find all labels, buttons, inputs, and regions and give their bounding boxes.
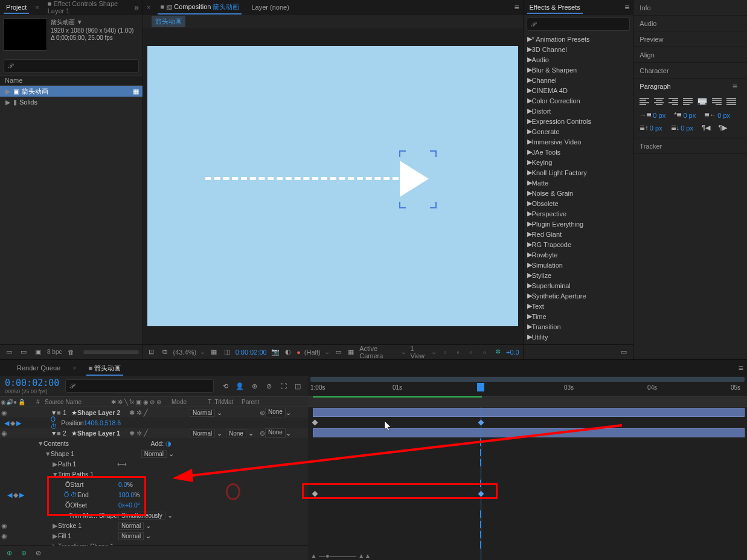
effects-category[interactable]: ▶ Superluminal — [524, 280, 633, 291]
prop-contents[interactable]: ▼ Contents Add: ◑ — [0, 438, 308, 448]
effects-category[interactable]: ▶ Stylize — [524, 270, 633, 280]
panel-character[interactable]: Character — [633, 63, 747, 79]
effects-category[interactable]: ▶ Blur & Sharpen — [524, 65, 633, 75]
mask-icon[interactable]: ◫ — [222, 347, 232, 358]
zoom-slider[interactable]: ▲ —●———— ▲▲ — [310, 553, 377, 559]
new-bin-icon[interactable]: ▭ — [618, 347, 629, 358]
footer-time[interactable]: 0:00:02:00 — [236, 349, 267, 356]
effects-category[interactable]: ▶ JAe Tools — [524, 147, 633, 157]
project-item-comp[interactable]: ▶ ▣ 箭头动画 ▦ — [0, 86, 143, 97]
effects-category[interactable]: ▶ 3D Channel — [524, 44, 633, 54]
frame-blend-icon[interactable]: ⊘ — [33, 548, 43, 559]
effects-category[interactable]: ▶ Plugin Everything — [524, 219, 633, 229]
align-center-icon[interactable] — [654, 98, 664, 105]
tab-layer-none[interactable]: Layer (none) — [245, 1, 295, 13]
comp-viewer[interactable] — [143, 28, 523, 344]
interpret-icon[interactable]: ▭ — [4, 347, 14, 358]
effects-category[interactable]: ▶ Transition — [524, 321, 633, 332]
indent-right[interactable]: ≣← 0 px — [704, 111, 730, 119]
col-solo-icon[interactable]: ● — [12, 399, 18, 405]
indent-left[interactable]: →≣ 0 px — [640, 111, 665, 119]
roi-icon[interactable]: ▭ — [333, 347, 343, 358]
effects-category-list[interactable]: ▶ * Animation Presets▶ 3D Channel▶ Audio… — [524, 34, 633, 344]
panel-menu-icon[interactable]: ≡ — [624, 2, 633, 12]
add-shape-icon[interactable]: ◑ — [165, 440, 172, 447]
effects-category[interactable]: ▶ Expression Controls — [524, 116, 633, 126]
comp-thumbnail[interactable] — [4, 18, 47, 51]
new-comp-icon[interactable]: ▣ — [33, 347, 43, 358]
effects-category[interactable]: ▶ Obsolete — [524, 198, 633, 208]
parent-select[interactable]: None — [265, 408, 286, 417]
effects-category[interactable]: ▶ Distort — [524, 106, 633, 116]
col-lock-icon[interactable]: 🔒 — [18, 399, 24, 405]
effects-category[interactable]: ▶ Perspective — [524, 208, 633, 219]
timeline-search-input[interactable] — [74, 382, 210, 390]
justify-last-right-icon[interactable] — [712, 98, 722, 105]
project-item-solids[interactable]: ▶ ▮ Solids — [0, 97, 143, 108]
view-opt4-icon[interactable]: ▫ — [479, 347, 489, 358]
keyframe[interactable] — [478, 491, 484, 497]
prop-path1[interactable]: ▶ Path 1 ⟷ — [0, 459, 308, 469]
keyframe[interactable] — [478, 420, 484, 426]
tab-render-queue[interactable]: Render Queue — [11, 362, 66, 374]
col-parent[interactable]: Parent — [242, 399, 278, 405]
effects-category[interactable]: ▶ RG Trapcode — [524, 239, 633, 249]
layer-bar[interactable] — [313, 428, 745, 437]
effects-search-input[interactable] — [536, 20, 626, 28]
panel-menu-icon[interactable]: ≡ — [733, 82, 741, 91]
tab-composition[interactable]: ■ ▧ Composition 箭头动画 — [154, 0, 245, 14]
panel-audio[interactable]: Audio — [633, 16, 747, 31]
next-kf-icon[interactable]: ▶ — [16, 419, 21, 426]
cti-head[interactable] — [477, 383, 484, 391]
effects-category[interactable]: ▶ Rowbyte — [524, 249, 633, 260]
comp-canvas[interactable] — [147, 46, 518, 326]
col-source-name[interactable]: Source Name — [45, 399, 111, 405]
view-opt-icon[interactable]: ▫ — [440, 347, 450, 358]
text-dir-rtl-icon[interactable]: ¶▶ — [719, 124, 727, 132]
col-trkmat[interactable]: T .TrkMat — [208, 399, 242, 405]
tl-mb-icon[interactable]: ⊘ — [263, 381, 274, 391]
timeline-search[interactable]: 𝒫 — [65, 379, 214, 393]
effects-category[interactable]: ▶ * Animation Presets — [524, 34, 633, 44]
trash-icon[interactable]: 🗑 — [65, 347, 76, 358]
prop-trim-paths[interactable]: ▼ Trim Paths 1 — [0, 469, 308, 479]
trkmat-select[interactable]: None — [226, 430, 246, 437]
panel-tracker[interactable]: Tracker — [633, 138, 747, 154]
justify-last-center-icon[interactable] — [697, 98, 707, 105]
tl-shy-icon[interactable]: 👤 — [234, 381, 245, 391]
channel-icon[interactable]: ◐ — [283, 347, 293, 358]
zoom-value[interactable]: (43.4%) — [173, 349, 197, 356]
prop-stroke1[interactable]: ◉▶ Stroke 1 Normal ⌄ — [0, 520, 308, 530]
space-after[interactable]: ≣↓ 0 px — [671, 124, 693, 132]
overflow-icon[interactable]: » — [134, 2, 143, 12]
time-ruler[interactable]: 1:00s01s03s04s05s — [308, 376, 747, 396]
keyframe[interactable] — [312, 420, 318, 426]
prop-trim-end[interactable]: ◀◆▶ Ŏ ⏱ End 100.0% — [0, 489, 308, 500]
close-icon[interactable]: × — [33, 4, 41, 11]
path-shape-icon[interactable]: ⟷ — [117, 460, 127, 468]
tab-project[interactable]: Project — [0, 1, 33, 13]
effects-category[interactable]: ▶ Immersive Video — [524, 137, 633, 147]
bpc-button[interactable]: 8 bpc — [47, 349, 62, 355]
space-before[interactable]: ≣↑ 0 px — [640, 124, 662, 132]
toggle-modes-icon[interactable]: ⊕ — [18, 548, 29, 559]
col-mode[interactable]: Mode — [172, 399, 208, 405]
tl-fx-icon[interactable]: ⊛ — [249, 381, 260, 391]
parent-select[interactable]: None — [265, 428, 286, 438]
effects-category[interactable]: ▶ Simulation — [524, 260, 633, 270]
indent-first[interactable]: *≣ 0 px — [674, 111, 696, 119]
justify-last-left-icon[interactable] — [683, 98, 693, 105]
tl-snap-icon[interactable]: ◫ — [292, 381, 303, 391]
effects-category[interactable]: ▶ Red Giant — [524, 229, 633, 239]
layer-row[interactable]: ◉ ▼ ■ 2 ★ Shape Layer 1 ✱ ✲ ╱ Normal ⌄ N… — [0, 428, 308, 438]
panel-menu-icon[interactable]: ≡ — [739, 363, 747, 373]
resolution-value[interactable]: (Half) — [304, 349, 321, 356]
effects-category[interactable]: ▶ Matte — [524, 178, 633, 188]
effects-category[interactable]: ▶ CINEMA 4D — [524, 85, 633, 95]
current-time[interactable]: 0:00:02:00 — [5, 378, 59, 388]
exposure-icon[interactable]: ✲ — [493, 347, 502, 358]
comp-breadcrumb[interactable]: 箭头动画 — [152, 16, 185, 27]
keyframe[interactable] — [312, 491, 318, 497]
panel-align[interactable]: Align — [633, 47, 747, 63]
align-right-icon[interactable] — [668, 98, 678, 105]
